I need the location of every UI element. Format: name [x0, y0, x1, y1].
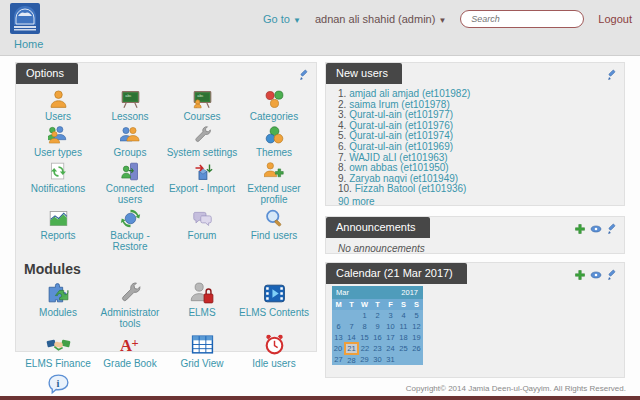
options-item[interactable]: User types: [22, 125, 94, 158]
modules-icon: [46, 281, 71, 306]
calendar-day[interactable]: 3: [384, 310, 397, 321]
calendar-day[interactable]: 2: [371, 310, 384, 321]
site-logo[interactable]: [10, 3, 40, 34]
breadcrumb-home-link[interactable]: Home: [14, 38, 43, 50]
new-user-link[interactable]: 10. Fizzah Batool (et101936): [338, 184, 614, 195]
new-user-number: 3.: [338, 109, 349, 120]
visibility-eye-icon[interactable]: [590, 267, 602, 285]
calendar-day[interactable]: 19: [410, 332, 423, 343]
calendar-day[interactable]: 10: [384, 321, 397, 332]
modules-item[interactable]: Modules: [22, 281, 94, 329]
calendar-week-row: 2728293031: [332, 354, 423, 365]
more-users-link[interactable]: 90 more: [326, 195, 624, 207]
options-item[interactable]: Connected users: [94, 161, 166, 205]
modules-item[interactable]: ELMS: [166, 281, 238, 329]
options-item[interactable]: abcLessons: [94, 89, 166, 122]
options-item[interactable]: Notifications: [22, 161, 94, 205]
calendar-day[interactable]: 22: [358, 343, 371, 354]
calendar-day[interactable]: 20: [332, 343, 345, 354]
elms-icon: [190, 281, 215, 306]
options-item[interactable]: Users: [22, 89, 94, 122]
add-plus-icon[interactable]: [574, 221, 586, 239]
calendar-day[interactable]: 12: [410, 321, 423, 332]
calendar-day[interactable]: 6: [332, 321, 345, 332]
footer-bar: [0, 396, 640, 400]
calendar-day[interactable]: 25: [397, 343, 410, 354]
options-item[interactable]: Find users: [238, 208, 310, 252]
options-item[interactable]: abcCourses: [166, 89, 238, 122]
calendar-day[interactable]: 23: [371, 343, 384, 354]
calendar-day[interactable]: 8: [358, 321, 371, 332]
edit-pencil-icon[interactable]: [606, 221, 618, 239]
options-panel-title: Options: [16, 63, 78, 84]
modules-grid: ModulesAdministrator toolsELMSELMS Conte…: [16, 279, 316, 400]
themes-icon: [264, 125, 285, 146]
calendar-day[interactable]: 17: [384, 332, 397, 343]
edit-pencil-icon[interactable]: [606, 267, 618, 285]
user-menu-dropdown[interactable]: adnan ali shahid (admin) ▼: [315, 13, 446, 25]
calendar-weekday: T: [345, 299, 358, 310]
calendar-day[interactable]: 11: [397, 321, 410, 332]
options-item[interactable]: Themes: [238, 125, 310, 158]
grid-item-label: Categories: [250, 111, 298, 122]
grid-item-label: Groups: [114, 147, 147, 158]
calendar-panel: Calendar (21 Mar 2017) Mar2017MTWTFSS123…: [325, 262, 625, 378]
options-item[interactable]: Categories: [238, 89, 310, 122]
calendar-day[interactable]: 16: [371, 332, 384, 343]
calendar-day[interactable]: 14: [345, 332, 358, 343]
options-item[interactable]: Extend user profile: [238, 161, 310, 205]
options-grid: UsersabcLessonsabcCoursesCategoriesUser …: [16, 63, 316, 255]
calendar-day[interactable]: 13: [332, 332, 345, 343]
new-user-name: Qurat-ul-ain (et101976): [349, 120, 453, 131]
connected-users-icon: [120, 161, 141, 182]
add-plus-icon[interactable]: [574, 267, 586, 285]
calendar-day[interactable]: 7: [345, 321, 358, 332]
modules-item[interactable]: Administrator tools: [94, 281, 166, 329]
new-users-panel-title: New users: [326, 63, 402, 84]
idle-users-icon: [262, 332, 287, 357]
calendar-day[interactable]: 30: [371, 354, 384, 365]
modules-item[interactable]: ELMS Contents: [238, 281, 310, 329]
options-item[interactable]: Reports: [22, 208, 94, 252]
calendar-week-row: 13141516171819: [332, 332, 423, 343]
categories-icon: [264, 89, 285, 110]
chevron-down-icon: ▼: [293, 16, 301, 25]
goto-dropdown[interactable]: Go to ▼: [263, 13, 301, 25]
calendar-weekday: S: [410, 299, 423, 310]
options-item[interactable]: Groups: [94, 125, 166, 158]
calendar-day[interactable]: 15: [358, 332, 371, 343]
calendar-week-row: 20212223242526: [332, 343, 423, 354]
modules-item[interactable]: ELMS Finance: [22, 332, 94, 369]
options-item[interactable]: Forum: [166, 208, 238, 252]
new-user-name: Fizzah Batool (et101936): [355, 183, 467, 194]
search-input[interactable]: [460, 10, 584, 28]
visibility-eye-icon[interactable]: [590, 221, 602, 239]
calendar-day[interactable]: 1: [358, 310, 371, 321]
calendar-day[interactable]: 18: [397, 332, 410, 343]
calendar-day[interactable]: 26: [410, 343, 423, 354]
calendar-day[interactable]: 5: [410, 310, 423, 321]
calendar-day-selected[interactable]: 21: [345, 343, 358, 354]
options-panel-actions: [298, 67, 310, 85]
grid-item-label: Reports: [40, 230, 75, 241]
calendar-day[interactable]: 31: [384, 354, 397, 365]
logout-link[interactable]: Logout: [598, 13, 632, 25]
grid-item-label: Extend user profile: [238, 183, 310, 205]
calendar-day[interactable]: 27: [332, 354, 345, 365]
calendar-day[interactable]: 9: [371, 321, 384, 332]
calendar-panel-actions: [574, 267, 618, 285]
edit-pencil-icon[interactable]: [298, 67, 310, 85]
calendar-day[interactable]: 28: [345, 354, 358, 365]
modules-item[interactable]: Grid View: [166, 332, 238, 369]
calendar-day[interactable]: 24: [384, 343, 397, 354]
options-item[interactable]: Export - Import: [166, 161, 238, 205]
find-users-icon: [264, 208, 285, 229]
calendar-day[interactable]: 29: [358, 354, 371, 365]
modules-item[interactable]: Idle users: [238, 332, 310, 369]
modules-item[interactable]: A+Grade Book: [94, 332, 166, 369]
edit-pencil-icon[interactable]: [606, 67, 618, 85]
options-item[interactable]: System settings: [166, 125, 238, 158]
grid-item-label: Lessons: [111, 111, 148, 122]
options-item[interactable]: Backup - Restore: [94, 208, 166, 252]
calendar-day[interactable]: 4: [397, 310, 410, 321]
